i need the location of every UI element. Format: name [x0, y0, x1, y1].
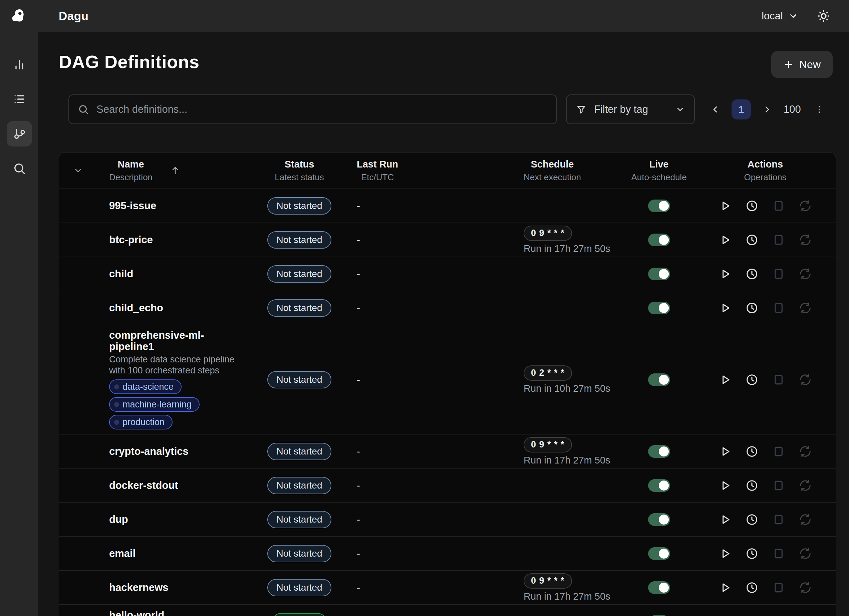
- dag-name[interactable]: dup: [109, 514, 128, 525]
- schedule-run-button[interactable]: [746, 234, 758, 246]
- current-page-button[interactable]: 1: [731, 100, 751, 119]
- tag-badge[interactable]: production: [109, 415, 173, 430]
- environment-select[interactable]: local: [761, 10, 798, 22]
- stop-run-button: [772, 445, 785, 458]
- theme-toggle-button[interactable]: [817, 9, 830, 23]
- table-row[interactable]: btc-price Not started - 0 9 * * * Run in…: [59, 223, 836, 257]
- live-toggle[interactable]: [648, 373, 670, 386]
- clock-icon: [746, 234, 758, 246]
- next-page-button[interactable]: [762, 104, 772, 115]
- dag-name[interactable]: btc-price: [109, 234, 153, 246]
- table-row[interactable]: hackernews Not started - 0 9 * * * Run i…: [59, 570, 836, 604]
- live-toggle[interactable]: [648, 547, 670, 560]
- table-row[interactable]: 995-issue Not started -: [59, 189, 836, 223]
- live-toggle[interactable]: [648, 513, 670, 526]
- start-run-button[interactable]: [719, 581, 731, 594]
- table-row[interactable]: dup Not started -: [59, 502, 836, 536]
- schedule-run-button[interactable]: [746, 547, 758, 560]
- dag-name[interactable]: crypto-analytics: [109, 446, 189, 457]
- dag-name[interactable]: comprehensive-ml-pipeline1: [109, 330, 246, 353]
- clock-icon: [746, 268, 758, 280]
- table-row[interactable]: comprehensive-ml-pipeline1 Complete data…: [59, 325, 836, 434]
- table-row[interactable]: child_echo Not started -: [59, 291, 836, 325]
- tag-badge[interactable]: machine-learning: [109, 397, 200, 412]
- refresh-icon: [799, 302, 812, 314]
- clock-icon: [746, 373, 758, 386]
- schedule-run-button[interactable]: [746, 373, 758, 386]
- retry-run-button: [799, 479, 812, 492]
- plus-icon: [783, 59, 794, 70]
- stop-run-button: [772, 234, 785, 246]
- clock-icon: [746, 581, 758, 594]
- dag-name[interactable]: hackernews: [109, 582, 168, 593]
- schedule-run-button[interactable]: [746, 268, 758, 280]
- schedule-run-button[interactable]: [746, 445, 758, 458]
- workflow-icon: [13, 127, 26, 140]
- start-run-button[interactable]: [719, 445, 731, 458]
- status-badge: Not started: [267, 299, 332, 317]
- live-toggle[interactable]: [648, 234, 670, 246]
- sidebar-item-search[interactable]: [7, 156, 32, 181]
- dagu-logo-icon[interactable]: [9, 9, 27, 24]
- search-input[interactable]: [97, 103, 548, 116]
- filter-by-tag-button[interactable]: Filter by tag: [566, 94, 695, 124]
- pagination: 1 100: [710, 100, 824, 119]
- play-icon: [719, 445, 731, 458]
- dag-name[interactable]: child: [109, 268, 133, 280]
- sort-ascending-icon[interactable]: [170, 165, 180, 176]
- new-dag-button[interactable]: New: [771, 51, 833, 78]
- table-row[interactable]: docker-stdout Not started -: [59, 468, 836, 502]
- schedule-run-button[interactable]: [746, 581, 758, 594]
- retry-run-button: [799, 302, 812, 314]
- retry-run-button: [799, 513, 812, 526]
- live-toggle[interactable]: [648, 445, 670, 458]
- sidebar-nav: [0, 52, 39, 181]
- pagination-menu-button[interactable]: [814, 104, 824, 115]
- dag-name[interactable]: hello-world: [109, 610, 164, 616]
- schedule-run-button[interactable]: [746, 513, 758, 526]
- live-toggle[interactable]: [648, 581, 670, 594]
- live-toggle[interactable]: [648, 302, 670, 314]
- table-row[interactable]: email Not started -: [59, 536, 836, 570]
- stop-square-icon: [772, 547, 785, 560]
- last-run-value: -: [353, 257, 520, 291]
- start-run-button[interactable]: [719, 513, 731, 526]
- schedule-run-button[interactable]: [746, 479, 758, 492]
- live-toggle[interactable]: [648, 268, 670, 280]
- dag-name[interactable]: 995-issue: [109, 200, 156, 211]
- live-toggle[interactable]: [648, 199, 670, 212]
- dag-name[interactable]: docker-stdout: [109, 480, 178, 491]
- last-run-value: -: [353, 291, 520, 325]
- start-run-button[interactable]: [719, 479, 731, 492]
- start-run-button[interactable]: [719, 547, 731, 560]
- stop-square-icon: [772, 373, 785, 386]
- column-header-status: Status Latest status: [275, 159, 324, 183]
- chevron-down-icon: [675, 105, 685, 114]
- table-row[interactable]: hello-world My first Dagu workflow Finis…: [59, 604, 836, 616]
- sidebar-item-queues[interactable]: [7, 86, 32, 112]
- table-row[interactable]: crypto-analytics Not started - 0 9 * * *…: [59, 434, 836, 468]
- column-header-name[interactable]: Name Description: [109, 159, 152, 183]
- live-toggle[interactable]: [648, 479, 670, 492]
- column-header-actions: Actions Operations: [744, 159, 786, 183]
- tag-badge[interactable]: data-science: [109, 379, 182, 394]
- start-run-button[interactable]: [719, 302, 731, 314]
- refresh-icon: [799, 234, 812, 246]
- table-row[interactable]: child Not started -: [59, 257, 836, 291]
- status-badge: Not started: [267, 545, 332, 562]
- schedule-run-button[interactable]: [746, 302, 758, 314]
- start-run-button[interactable]: [719, 268, 731, 280]
- start-run-button[interactable]: [719, 199, 731, 212]
- previous-page-button[interactable]: [710, 104, 720, 115]
- sidebar-item-dashboard[interactable]: [7, 52, 32, 77]
- dag-name[interactable]: child_echo: [109, 302, 163, 314]
- schedule-run-button[interactable]: [746, 199, 758, 212]
- next-execution-text: Run in 10h 27m 50s: [524, 383, 611, 394]
- start-run-button[interactable]: [719, 373, 731, 386]
- start-run-button[interactable]: [719, 234, 731, 246]
- collapse-all-button[interactable]: [73, 165, 83, 176]
- sidebar-item-dag-definitions[interactable]: [7, 121, 32, 146]
- status-badge: Not started: [267, 579, 332, 596]
- last-run-value: -: [353, 469, 520, 502]
- dag-name[interactable]: email: [109, 548, 136, 559]
